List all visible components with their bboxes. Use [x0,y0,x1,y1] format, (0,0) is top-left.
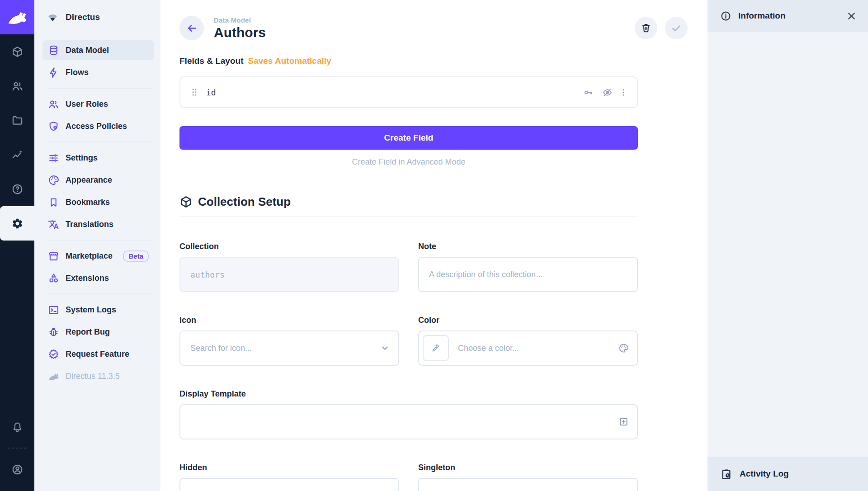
main-content: Data Model Authors Fields & LayoutSaves … [160,0,708,491]
note-input[interactable] [418,257,638,292]
directus-logo[interactable] [0,0,34,34]
sidebar-item-translations[interactable]: Translations [42,214,154,234]
project-header[interactable]: Directus [34,0,160,34]
shapes-icon [48,273,59,284]
sidebar-item-label: Extensions [66,274,109,283]
sidebar-item-data-model[interactable]: Data Model [42,40,154,60]
users-icon [48,99,59,110]
field-label: Note [418,242,638,251]
singleton-toggle[interactable] [418,478,638,491]
user-menu-button[interactable] [0,452,34,486]
plus-box-icon[interactable] [618,417,629,427]
close-icon[interactable] [846,10,857,22]
user-circle-icon [11,463,24,476]
kebab-menu-icon[interactable] [619,87,628,98]
sidebar-item-appearance[interactable]: Appearance [42,170,154,190]
info-panel-body [708,32,868,457]
sidebar-item-bookmarks[interactable]: Bookmarks [42,192,154,212]
sidebar-item-settings[interactable]: Settings [42,148,154,168]
collection-field: Collection [179,242,399,292]
delete-collection-button[interactable] [635,17,657,39]
field-row-id[interactable]: id [179,76,638,108]
breadcrumb: Data Model [214,16,266,24]
palette-icon [48,175,59,186]
chevron-down-icon[interactable] [380,343,390,354]
module-help[interactable] [0,172,34,206]
collection-setup-form: Collection Note Icon [179,242,638,491]
content-column: Fields & LayoutSaves Automatically id [160,56,638,491]
save-button[interactable] [665,17,688,39]
clipboard-clock-icon [720,468,732,480]
module-content[interactable] [0,34,34,69]
sidebar-item-label: Translations [66,220,113,229]
activity-log-label: Activity Log [740,469,789,479]
module-files[interactable] [0,103,34,137]
eyedropper-button[interactable] [423,335,449,361]
module-users[interactable] [0,69,34,103]
sidebar-item-label: Appearance [66,175,112,185]
check-icon [670,22,682,34]
back-button[interactable] [179,16,204,40]
nav-sidebar: Directus Data Model Flows User Roles Acc… [34,0,160,491]
terminal-icon [48,304,59,316]
notifications-button[interactable] [0,410,34,444]
singleton-field: Singleton [418,463,638,491]
module-insights[interactable] [0,137,34,172]
rabbit-icon [48,371,59,382]
sidebar-item-label: Settings [66,153,98,163]
sidebar-item-request-feature[interactable]: Request Feature [42,344,154,364]
sidebar-item-label: Marketplace [66,251,113,261]
palette-icon[interactable] [618,343,629,354]
field-label: Display Template [179,389,638,399]
field-label: Singleton [418,463,638,472]
sidebar-item-report-bug[interactable]: Report Bug [42,322,154,342]
color-input[interactable] [418,330,638,366]
field-label: Collection [179,242,399,251]
nav-list: Data Model Flows User Roles Access Polic… [34,34,160,388]
info-sidebar: Information Activity Log [708,0,868,491]
sidebar-item-access-policies[interactable]: Access Policies [42,116,154,136]
insights-icon [11,149,24,161]
sidebar-item-marketplace[interactable]: Marketplace Beta [42,246,154,266]
drag-handle-icon[interactable] [189,87,199,98]
display-template-input[interactable] [179,404,638,439]
version-label: Directus 11.3.5 [66,372,120,381]
field-name: id [206,88,216,97]
help-icon [11,183,24,195]
sidebar-item-user-roles[interactable]: User Roles [42,94,154,114]
title-block: Data Model Authors [214,16,266,40]
eye-off-icon[interactable] [602,87,613,98]
latency-signal-icon [47,12,59,23]
storefront-icon [48,250,59,262]
page-title: Authors [214,25,266,40]
badge-check-icon [48,349,59,360]
activity-log-button[interactable]: Activity Log [708,457,868,491]
cube-icon [179,195,193,208]
create-field-advanced-link[interactable]: Create Field in Advanced Mode [179,157,638,167]
autosave-note: Saves Automatically [248,56,331,66]
hidden-toggle[interactable] [179,478,399,491]
icon-search-input[interactable] [179,330,399,366]
fields-layout-label: Fields & Layout [179,56,243,66]
section-title: Collection Setup [198,195,291,209]
icon-field: Icon [179,316,399,366]
module-settings[interactable] [0,206,34,241]
project-name: Directus [66,12,100,22]
trash-icon [641,23,651,33]
tune-icon [48,152,59,164]
nav-divider [47,88,152,89]
folder-icon [11,114,24,127]
hidden-field: Hidden [179,463,399,491]
sidebar-item-version[interactable]: Directus 11.3.5 [42,366,154,386]
shield-user-icon [48,121,59,132]
sidebar-item-label: Data Model [66,46,109,55]
module-bar [0,0,34,491]
create-field-button[interactable]: Create Field [179,126,638,150]
sidebar-item-system-logs[interactable]: System Logs [42,300,154,320]
sidebar-item-flows[interactable]: Flows [42,62,154,82]
field-label: Color [418,316,638,325]
color-field: Color [418,316,638,366]
eyedropper-icon [431,343,441,353]
sidebar-item-extensions[interactable]: Extensions [42,268,154,288]
sidebar-item-label: Report Bug [66,327,110,337]
